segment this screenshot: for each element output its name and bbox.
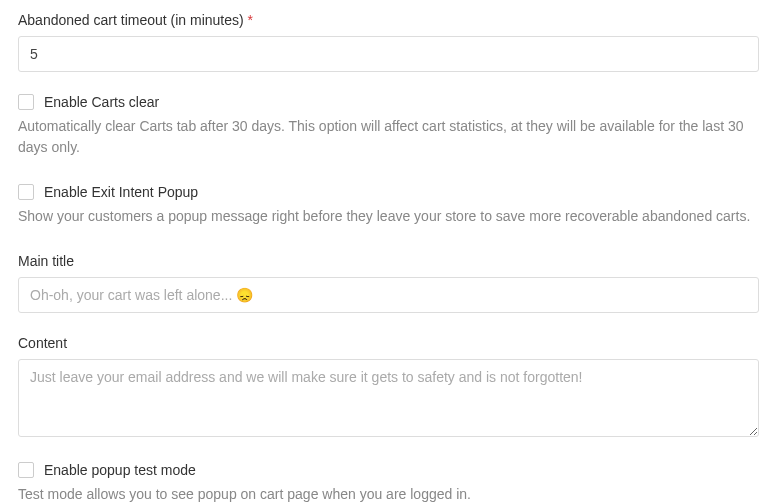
content-label: Content (18, 335, 759, 351)
test-mode-label[interactable]: Enable popup test mode (44, 462, 196, 478)
required-asterisk: * (248, 12, 253, 28)
main-title-label: Main title (18, 253, 759, 269)
main-title-input[interactable] (18, 277, 759, 313)
timeout-input[interactable] (18, 36, 759, 72)
carts-clear-label[interactable]: Enable Carts clear (44, 94, 159, 110)
content-textarea[interactable] (18, 359, 759, 437)
carts-clear-checkbox[interactable] (18, 94, 34, 110)
carts-clear-description: Automatically clear Carts tab after 30 d… (18, 116, 759, 158)
exit-intent-description: Show your customers a popup message righ… (18, 206, 759, 227)
test-mode-checkbox[interactable] (18, 462, 34, 478)
timeout-label-text: Abandoned cart timeout (in minutes) (18, 12, 244, 28)
timeout-label: Abandoned cart timeout (in minutes) * (18, 12, 759, 28)
exit-intent-label[interactable]: Enable Exit Intent Popup (44, 184, 198, 200)
test-mode-description: Test mode allows you to see popup on car… (18, 484, 759, 504)
exit-intent-checkbox[interactable] (18, 184, 34, 200)
